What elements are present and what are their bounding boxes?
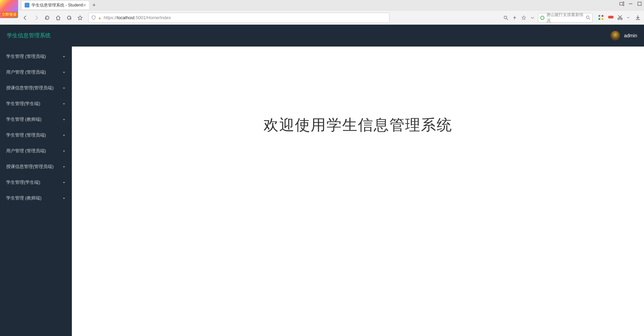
- new-tab-button[interactable]: +: [92, 2, 96, 9]
- svg-point-5: [587, 16, 589, 19]
- favorite-button[interactable]: [75, 13, 85, 23]
- app-header: 学生信息管理系统 admin: [0, 25, 644, 47]
- sidebar-item-student-admin-2[interactable]: 学生管理 (管理员端) ▼: [0, 127, 72, 143]
- svg-rect-8: [602, 15, 603, 17]
- svg-rect-7: [598, 15, 600, 17]
- main-content: 欢迎使用学生信息管理系统: [72, 47, 644, 336]
- lock-warning-icon: ▲: [98, 16, 102, 20]
- chevron-down-icon: ▼: [62, 150, 66, 152]
- home-button[interactable]: [53, 13, 63, 23]
- sidebar-item-course-admin-2[interactable]: 授课信息管理(管理员端) ▼: [0, 159, 72, 175]
- sidebar-item-label: 学生管理(学生端): [6, 101, 40, 107]
- extensions: [598, 14, 641, 21]
- svg-point-13: [621, 18, 622, 20]
- tab-close-icon[interactable]: ×: [83, 2, 86, 8]
- search-placeholder: 唐山被打女孩最新情况: [546, 12, 586, 24]
- browser-search-box[interactable]: 唐山被打女孩最新情况: [538, 13, 593, 23]
- sidebar-item-student-student-2[interactable]: 学生管理(学生端) ▼: [0, 175, 72, 190]
- sidebar-item-student-teacher-2[interactable]: 学生管理 (教师端) ▼: [0, 190, 72, 206]
- search-engine-icon: [540, 16, 544, 20]
- username-label: admin: [624, 33, 637, 38]
- sidebar-item-label: 学生管理 (教师端): [6, 195, 41, 201]
- svg-point-12: [618, 18, 620, 20]
- sidebar-item-label: 学生管理 (教师端): [6, 116, 41, 122]
- shield-icon: [91, 15, 96, 20]
- content-row: 学生管理 (管理员端) ▼ 用户管理 (管理员端) ▼ 授课信息管理(管理员端)…: [0, 47, 644, 336]
- chevron-down-icon: ▼: [62, 134, 66, 137]
- sidebar-item-label: 授课信息管理(管理员端): [6, 164, 54, 170]
- forward-button[interactable]: [31, 13, 41, 23]
- grid-apps-icon[interactable]: [598, 15, 604, 21]
- search-icon: [586, 15, 590, 20]
- svg-line-6: [589, 18, 590, 20]
- sidebar-item-student-teacher[interactable]: 学生管理 (教师端) ▼: [0, 112, 72, 127]
- flash-icon[interactable]: [511, 14, 518, 21]
- zoom-icon[interactable]: [502, 14, 509, 21]
- url-text: https://localhost:5001/Home/Index: [104, 15, 171, 20]
- chevron-down-icon: ▼: [62, 102, 66, 105]
- tab-favicon-icon: [25, 3, 29, 8]
- svg-rect-9: [598, 18, 600, 20]
- window-controls: [619, 1, 642, 6]
- chevron-down-icon: ▼: [62, 165, 66, 168]
- sidebar-item-user-admin[interactable]: 用户管理 (管理员端) ▼: [0, 64, 72, 80]
- browser-chrome: 立即登录 学生信息管理系统 - StudentI × +: [0, 0, 644, 25]
- star-small-icon[interactable]: [520, 14, 527, 21]
- address-bar: ▲ https://localhost:5001/Home/Index 唐山被打…: [0, 10, 644, 25]
- tab-title: 学生信息管理系统 - StudentI: [31, 2, 83, 8]
- svg-line-4: [506, 18, 508, 20]
- maximize-icon[interactable]: [637, 1, 642, 6]
- svg-point-3: [504, 16, 507, 19]
- svg-rect-11: [608, 16, 614, 18]
- back-button[interactable]: [21, 13, 30, 23]
- sidebar-item-label: 学生管理(学生端): [6, 179, 40, 185]
- sidebar: 学生管理 (管理员端) ▼ 用户管理 (管理员端) ▼ 授课信息管理(管理员端)…: [0, 47, 72, 336]
- download-icon[interactable]: [635, 15, 641, 21]
- scissors-icon[interactable]: [617, 15, 623, 21]
- sidebar-item-student-student[interactable]: 学生管理(学生端) ▼: [0, 96, 72, 112]
- sidebar-item-label: 学生管理 (管理员端): [6, 53, 46, 60]
- svg-rect-2: [638, 2, 641, 5]
- gamepad-icon[interactable]: [608, 15, 614, 21]
- login-badge[interactable]: 立即登录: [1, 12, 17, 17]
- screenshot-icon[interactable]: [619, 1, 624, 6]
- sidebar-item-course-admin[interactable]: 授课信息管理(管理员端) ▼: [0, 80, 72, 96]
- dropdown-small-icon[interactable]: [625, 14, 632, 21]
- browser-logo[interactable]: 立即登录: [0, 0, 18, 18]
- sidebar-item-user-admin-2[interactable]: 用户管理 (管理员端) ▼: [0, 143, 72, 159]
- svg-rect-0: [620, 2, 623, 5]
- minimize-icon[interactable]: [628, 1, 633, 6]
- app-title[interactable]: 学生信息管理系统: [7, 32, 51, 39]
- chevron-down-icon[interactable]: [529, 14, 536, 21]
- chevron-down-icon: ▼: [62, 55, 66, 58]
- chevron-down-icon: ▼: [62, 181, 66, 184]
- url-input[interactable]: ▲ https://localhost:5001/Home/Index: [88, 13, 389, 23]
- user-area[interactable]: admin: [610, 31, 637, 40]
- chevron-down-icon: ▼: [62, 71, 66, 74]
- tab-strip: 学生信息管理系统 - StudentI × +: [0, 0, 644, 10]
- sidebar-item-student-admin[interactable]: 学生管理 (管理员端) ▼: [0, 49, 72, 64]
- sidebar-item-label: 用户管理 (管理员端): [6, 69, 46, 75]
- undo-reload-icon[interactable]: [64, 13, 74, 23]
- browser-tab[interactable]: 学生信息管理系统 - StudentI ×: [22, 1, 89, 9]
- sidebar-item-label: 授课信息管理(管理员端): [6, 85, 54, 91]
- chevron-down-icon: ▼: [62, 118, 66, 121]
- chevron-down-icon: ▼: [62, 87, 66, 89]
- sidebar-item-label: 用户管理 (管理员端): [6, 148, 46, 154]
- svg-rect-10: [602, 18, 603, 20]
- chevron-down-icon: ▼: [62, 197, 66, 199]
- reload-button[interactable]: [42, 13, 52, 23]
- welcome-heading: 欢迎使用学生信息管理系统: [263, 115, 452, 336]
- sidebar-item-label: 学生管理 (管理员端): [6, 132, 46, 138]
- address-right-tools: 唐山被打女孩最新情况: [502, 13, 641, 23]
- avatar: [610, 31, 620, 40]
